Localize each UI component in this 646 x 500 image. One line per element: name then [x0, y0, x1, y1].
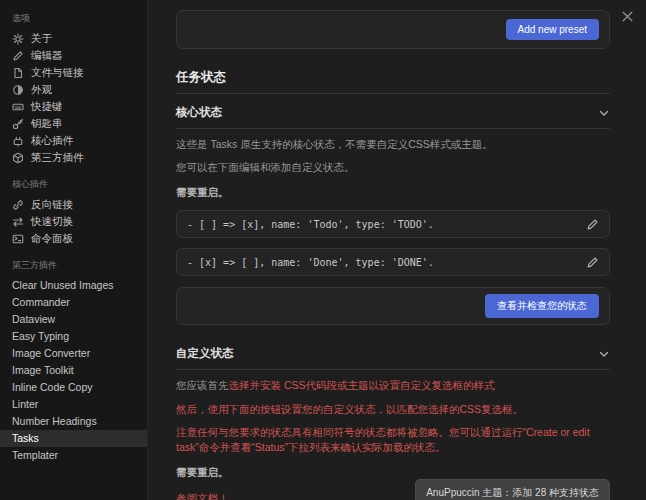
sidebar-item-quick-switcher[interactable]: 快速切换	[0, 213, 147, 230]
custom-warning-line2: 然后，使用下面的按钮设置您的自定义状态，以匹配您选择的CSS复选框。	[176, 402, 610, 417]
link-icon	[12, 199, 24, 211]
sidebar-item-label: Number Headings	[12, 415, 97, 428]
sidebar-item-label: Linter	[12, 398, 38, 411]
sidebar-item-about[interactable]: 关于	[0, 30, 147, 47]
sidebar-item-label: 反向链接	[31, 198, 73, 211]
status-text: - [ ] => [x], name: 'Todo', type: 'TODO'…	[187, 219, 434, 230]
terminal-icon	[12, 233, 24, 245]
close-icon[interactable]	[619, 8, 636, 25]
sidebar-item-dataview[interactable]: Dataview	[0, 311, 147, 328]
sidebar-item-inline-code-copy[interactable]: Inline Code Copy	[0, 379, 147, 396]
custom-warning-line1: 您应该首先选择并安装 CSS代码段或主题以设置自定义复选框的样式	[176, 378, 610, 393]
sidebar-item-label: Inline Code Copy	[12, 381, 93, 394]
sidebar-item-label: 编辑器	[31, 49, 63, 62]
theme-notice[interactable]: AnuPpuccin 主题：添加 28 种支持状态	[415, 479, 610, 500]
sidebar-item-community-plugins[interactable]: 第三方插件	[0, 149, 147, 166]
sidebar-item-tasks[interactable]: Tasks	[0, 430, 147, 447]
arrows-icon	[12, 216, 24, 228]
sidebar-item-image-toolkit[interactable]: Image Toolkit	[0, 362, 147, 379]
review-card: 查看并检查您的状态	[176, 287, 610, 325]
sidebar-section-options: 选项	[0, 6, 147, 30]
sidebar-item-label: 外观	[31, 83, 52, 96]
file-icon	[12, 67, 24, 79]
chevron-down-icon	[598, 348, 610, 360]
core-desc-line1: 这些是 Tasks 原生支持的核心状态，不需要自定义CSS样式或主题。	[176, 137, 610, 152]
settings-sidebar: 选项 关于 编辑器 文件与链接 外观 快捷键 钥匙串 核心插件 第三方插件 核心…	[0, 0, 148, 500]
preset-card: Add new preset	[176, 10, 610, 49]
sidebar-section-core-plugins: 核心插件	[0, 172, 147, 196]
docs-link[interactable]: 参阅文档！	[176, 492, 229, 500]
sidebar-item-label: Image Toolkit	[12, 364, 74, 377]
contrast-icon	[12, 84, 24, 96]
sidebar-item-easy-typing[interactable]: Easy Typing	[0, 328, 147, 345]
sidebar-item-command-palette[interactable]: 命令面板	[0, 230, 147, 247]
page-title: 任务状态	[176, 69, 610, 94]
sidebar-item-templater[interactable]: Templater	[0, 447, 147, 464]
sidebar-item-label: Templater	[12, 449, 58, 462]
warning-prefix: 您应该首先	[176, 379, 229, 391]
keyboard-icon	[12, 101, 24, 113]
sidebar-item-keychain[interactable]: 钥匙串	[0, 115, 147, 132]
sidebar-item-label: Easy Typing	[12, 330, 69, 343]
core-restart-note: 需要重启。	[176, 186, 610, 200]
pencil-icon	[12, 50, 24, 62]
key-icon	[12, 118, 24, 130]
sidebar-item-editor[interactable]: 编辑器	[0, 47, 147, 64]
custom-warning-line3: 注意任何与您要求的状态具有相同符号的状态都将被忽略。您可以通过运行“Create…	[176, 425, 610, 455]
sidebar-item-label: 关于	[31, 32, 52, 45]
core-status-heading-label: 核心状态	[176, 105, 222, 120]
core-status-heading[interactable]: 核心状态	[176, 94, 610, 129]
sidebar-item-label: Dataview	[12, 313, 55, 326]
sidebar-item-number-headings[interactable]: Number Headings	[0, 413, 147, 430]
add-new-preset-button[interactable]: Add new preset	[506, 19, 600, 40]
sidebar-item-files-links[interactable]: 文件与链接	[0, 64, 147, 81]
review-statuses-button[interactable]: 查看并检查您的状态	[485, 294, 599, 318]
status-row-todo: - [ ] => [x], name: 'Todo', type: 'TODO'…	[176, 210, 610, 238]
sidebar-item-label: 命令面板	[31, 232, 73, 245]
sidebar-item-linter[interactable]: Linter	[0, 396, 147, 413]
sidebar-item-label: 第三方插件	[31, 151, 84, 164]
sidebar-item-label: Clear Unused Images	[12, 279, 114, 292]
sidebar-item-hotkeys[interactable]: 快捷键	[0, 98, 147, 115]
sidebar-item-clear-unused-images[interactable]: Clear Unused Images	[0, 277, 147, 294]
sidebar-item-commander[interactable]: Commander	[0, 294, 147, 311]
sidebar-item-label: 核心插件	[31, 134, 73, 147]
warning-text: 选择并安装 CSS代码段或主题以设置自定义复选框的样式	[229, 379, 495, 391]
sidebar-item-label: Commander	[12, 296, 70, 309]
status-text: - [x] => [ ], name: 'Done', type: 'DONE'…	[187, 257, 434, 268]
sidebar-item-label: 快捷键	[31, 100, 63, 113]
sidebar-item-label: Tasks	[12, 432, 39, 445]
box-icon	[12, 152, 24, 164]
settings-content: Add new preset 任务状态 核心状态 这些是 Tasks 原生支持的…	[148, 0, 646, 500]
sidebar-item-label: 快速切换	[31, 215, 73, 228]
status-row-done: - [x] => [ ], name: 'Done', type: 'DONE'…	[176, 248, 610, 276]
sidebar-item-appearance[interactable]: 外观	[0, 81, 147, 98]
edit-icon[interactable]	[586, 256, 599, 269]
custom-status-heading-label: 自定义状态	[176, 346, 234, 361]
chevron-down-icon	[598, 107, 610, 119]
sidebar-item-label: 钥匙串	[31, 117, 63, 130]
sidebar-item-core-plugins[interactable]: 核心插件	[0, 132, 147, 149]
custom-status-heading[interactable]: 自定义状态	[176, 335, 610, 370]
plug-icon	[12, 135, 24, 147]
sidebar-item-label: 文件与链接	[31, 66, 84, 79]
gear-icon	[12, 33, 24, 45]
sidebar-item-label: Image Converter	[12, 347, 90, 360]
row-actions	[586, 218, 599, 231]
row-actions	[586, 256, 599, 269]
sidebar-item-image-converter[interactable]: Image Converter	[0, 345, 147, 362]
sidebar-item-backlinks[interactable]: 反向链接	[0, 196, 147, 213]
edit-icon[interactable]	[586, 218, 599, 231]
core-desc-line2: 您可以在下面编辑和添加自定义状态。	[176, 160, 610, 175]
sidebar-section-community-plugins: 第三方插件	[0, 253, 147, 277]
